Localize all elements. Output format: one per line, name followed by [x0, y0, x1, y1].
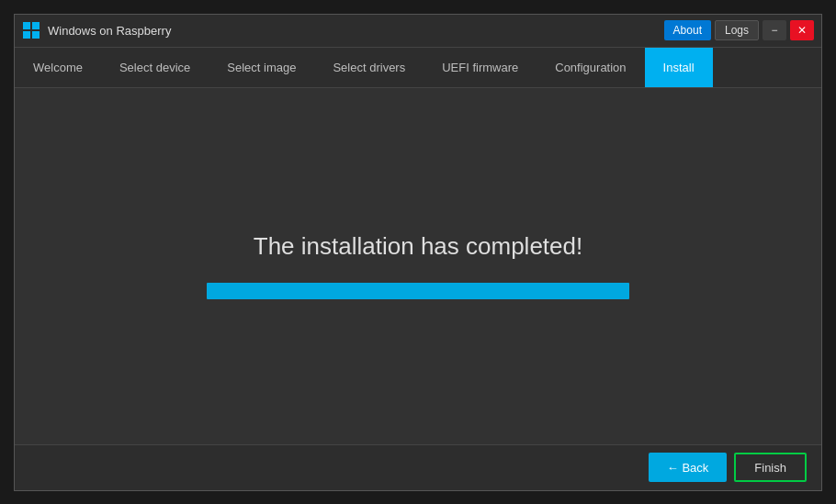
app-title: Windows on Raspberry [48, 24, 664, 38]
app-icon [22, 21, 40, 39]
finish-button[interactable]: Finish [734, 453, 807, 482]
app-window: Windows on Raspberry About Logs − ✕ Welc… [14, 14, 822, 491]
tab-select-device[interactable]: Select device [101, 48, 209, 87]
back-button[interactable]: ← Back [649, 453, 728, 482]
svg-rect-2 [23, 31, 30, 39]
window-controls: About Logs − ✕ [664, 20, 814, 40]
tab-select-image[interactable]: Select image [209, 48, 314, 87]
close-button[interactable]: ✕ [790, 20, 814, 40]
tab-uefi-firmware[interactable]: UEFI firmware [424, 48, 537, 87]
svg-rect-1 [32, 22, 40, 29]
title-bar: Windows on Raspberry About Logs − ✕ [15, 15, 821, 48]
completion-message: The installation has completed! [254, 232, 582, 261]
svg-rect-3 [32, 31, 40, 39]
about-button[interactable]: About [664, 20, 711, 40]
tab-select-drivers[interactable]: Select drivers [314, 48, 424, 87]
footer: ← Back Finish [15, 444, 821, 490]
tab-configuration[interactable]: Configuration [537, 48, 644, 87]
minimize-button[interactable]: − [763, 20, 786, 40]
svg-rect-0 [23, 22, 30, 29]
tab-install[interactable]: Install [645, 48, 713, 87]
main-content: The installation has completed! [15, 88, 821, 444]
tab-welcome[interactable]: Welcome [15, 48, 101, 87]
navigation-bar: Welcome Select device Select image Selec… [15, 48, 821, 88]
progress-bar-fill [207, 283, 629, 299]
progress-bar-container [207, 283, 629, 299]
logs-button[interactable]: Logs [715, 20, 759, 40]
